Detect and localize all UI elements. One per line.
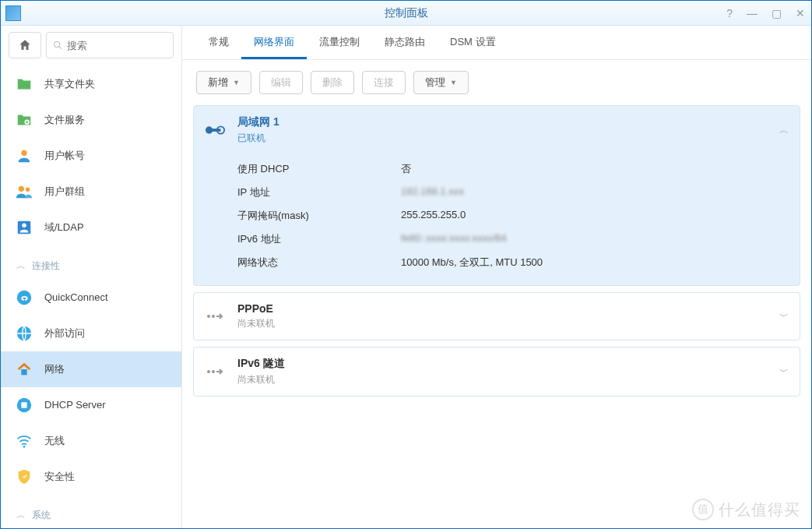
sidebar-item-label: 安全性 xyxy=(44,470,75,484)
close-button[interactable]: ✕ xyxy=(796,7,805,19)
sidebar-item-label: 文件服务 xyxy=(44,113,85,127)
search-input[interactable] xyxy=(67,40,167,51)
sidebar-item-security[interactable]: 安全性 xyxy=(1,459,181,495)
search-box[interactable] xyxy=(46,32,174,58)
add-button[interactable]: 新增▼ xyxy=(196,71,251,94)
search-icon xyxy=(53,40,62,51)
panel-title: 局域网 1 xyxy=(237,115,767,129)
titlebar: 控制面板 ? — ▢ ✕ xyxy=(1,1,811,26)
sidebar-item-dhcp-server[interactable]: DHCP Server xyxy=(1,387,181,423)
interface-panel-pppoe: PPPoE 尚未联机 ﹀ xyxy=(193,292,800,340)
sidebar-item-label: QuickConnect xyxy=(44,291,108,303)
tab-network-interface[interactable]: 网络界面 xyxy=(241,27,307,59)
tab-general[interactable]: 常规 xyxy=(196,27,241,59)
sidebar-item-label: 外部访问 xyxy=(44,326,85,340)
home-icon xyxy=(18,38,32,52)
svg-point-14 xyxy=(23,446,26,448)
sidebar-item-label: 共享文件夹 xyxy=(44,77,95,91)
caret-down-icon: ▼ xyxy=(450,79,457,86)
chevron-down-icon: ﹀ xyxy=(779,365,789,379)
ldap-icon xyxy=(15,218,33,237)
svg-rect-13 xyxy=(21,402,26,407)
tabs: 常规 网络界面 流量控制 静态路由 DSM 设置 xyxy=(182,26,811,60)
sidebar-section-connectivity[interactable]: ︿ 连接性 xyxy=(1,245,181,279)
svg-point-4 xyxy=(21,150,26,156)
svg-point-19 xyxy=(212,315,215,318)
chevron-up-icon: ︿ xyxy=(16,259,26,273)
help-button[interactable]: ? xyxy=(726,7,733,19)
user-icon xyxy=(15,146,33,165)
globe-icon xyxy=(15,324,33,343)
interface-panel-ipv6-tunnel: IPv6 隧道 尚未联机 ﹀ xyxy=(193,347,800,397)
panel-header[interactable]: PPPoE 尚未联机 ﹀ xyxy=(194,293,800,340)
wifi-icon xyxy=(15,432,33,450)
sidebar-item-label: DHCP Server xyxy=(44,399,106,411)
sidebar: 共享文件夹 文件服务 用户帐号 用户群组 域/LDAP ︿ 连接性 xyxy=(1,26,182,528)
folder-icon xyxy=(15,75,33,93)
sidebar-item-label: 用户帐号 xyxy=(44,149,85,163)
caret-down-icon: ▼ xyxy=(233,79,240,86)
svg-point-3 xyxy=(26,122,28,124)
sidebar-item-label: 域/LDAP xyxy=(44,220,84,235)
svg-point-21 xyxy=(212,370,215,373)
edit-button[interactable]: 编辑 xyxy=(259,71,303,94)
sidebar-item-group[interactable]: 用户群组 xyxy=(1,174,181,210)
interface-panel-lan1: 局域网 1 已联机 ︿ 使用 DHCP否 IP 地址192.168.1.xxx … xyxy=(193,105,800,286)
network-icon xyxy=(15,360,33,379)
panel-header[interactable]: IPv6 隧道 尚未联机 ﹀ xyxy=(194,347,800,396)
svg-line-1 xyxy=(59,47,62,49)
panel-title: PPPoE xyxy=(237,302,767,315)
manage-button[interactable]: 管理▼ xyxy=(413,71,469,94)
toolbar: 新增▼ 编辑 删除 连接 管理▼ xyxy=(182,60,811,105)
home-button[interactable] xyxy=(9,32,41,58)
tab-traffic-control[interactable]: 流量控制 xyxy=(307,27,372,59)
tab-static-route[interactable]: 静态路由 xyxy=(372,27,438,59)
sidebar-item-shared-folder[interactable]: 共享文件夹 xyxy=(1,66,181,102)
sidebar-item-label: 无线 xyxy=(44,434,65,448)
group-icon xyxy=(15,182,33,201)
chevron-up-icon: ︿ xyxy=(779,124,789,137)
sidebar-item-user[interactable]: 用户帐号 xyxy=(1,138,181,174)
connect-button[interactable]: 连接 xyxy=(362,71,406,94)
svg-point-5 xyxy=(19,186,24,192)
cloud-link-icon xyxy=(15,288,33,307)
svg-point-0 xyxy=(54,41,60,47)
svg-point-20 xyxy=(207,370,210,373)
shield-icon xyxy=(15,467,33,486)
maximize-button[interactable]: ▢ xyxy=(772,7,782,19)
svg-point-18 xyxy=(207,315,210,318)
tab-dsm-settings[interactable]: DSM 设置 xyxy=(438,27,508,59)
dhcp-icon xyxy=(15,396,33,414)
panel-status: 尚未联机 xyxy=(237,317,767,330)
sidebar-item-label: 用户群组 xyxy=(44,185,85,199)
sidebar-section-system[interactable]: ︿ 系统 xyxy=(1,495,181,528)
panel-status: 已联机 xyxy=(237,132,767,145)
panel-body: 使用 DHCP否 IP 地址192.168.1.xxx 子网掩码(mask)25… xyxy=(194,154,800,285)
sidebar-item-network[interactable]: 网络 xyxy=(1,351,181,387)
panel-title: IPv6 隧道 xyxy=(237,357,767,371)
app-icon xyxy=(5,5,21,21)
panel-header[interactable]: 局域网 1 已联机 ︿ xyxy=(194,106,800,154)
minimize-button[interactable]: — xyxy=(747,7,758,19)
svg-point-6 xyxy=(26,188,30,192)
panel-status: 尚未联机 xyxy=(237,373,767,386)
sidebar-item-external-access[interactable]: 外部访问 xyxy=(1,316,181,351)
sidebar-item-wireless[interactable]: 无线 xyxy=(1,423,181,459)
svg-rect-11 xyxy=(21,369,26,375)
sidebar-item-quickconnect[interactable]: QuickConnect xyxy=(1,279,181,315)
folder-gear-icon xyxy=(15,111,33,129)
connection-arrow-icon xyxy=(205,306,225,326)
window-title: 控制面板 xyxy=(385,6,428,20)
svg-rect-17 xyxy=(209,129,221,132)
ethernet-connected-icon xyxy=(205,120,225,140)
sidebar-item-domain-ldap[interactable]: 域/LDAP xyxy=(1,210,181,245)
chevron-up-icon: ︿ xyxy=(16,509,26,522)
delete-button[interactable]: 删除 xyxy=(311,71,354,94)
sidebar-item-file-services[interactable]: 文件服务 xyxy=(1,102,181,138)
chevron-down-icon: ﹀ xyxy=(779,310,789,323)
sidebar-item-label: 网络 xyxy=(44,362,65,376)
connection-arrow-icon xyxy=(205,361,225,382)
svg-point-8 xyxy=(22,224,26,228)
